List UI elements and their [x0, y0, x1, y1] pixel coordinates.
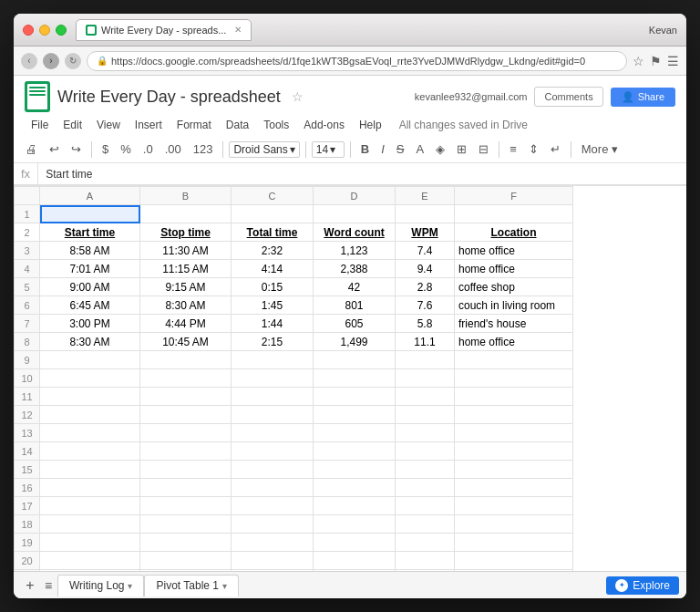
- cell-B1[interactable]: [140, 205, 232, 223]
- format-123-btn[interactable]: 123: [189, 140, 218, 158]
- cell-E4[interactable]: 9.4: [396, 260, 455, 278]
- empty-cell[interactable]: [232, 424, 314, 442]
- empty-cell[interactable]: [140, 406, 232, 424]
- explore-button[interactable]: Explore: [606, 576, 679, 595]
- cell-D1[interactable]: [314, 205, 396, 223]
- empty-cell[interactable]: [455, 406, 573, 424]
- empty-cell[interactable]: [140, 388, 232, 406]
- empty-cell[interactable]: [232, 497, 314, 515]
- bold-btn[interactable]: B: [356, 140, 374, 158]
- cell-E3[interactable]: 7.4: [396, 242, 455, 260]
- cell-B4[interactable]: 11:15 AM: [140, 260, 232, 278]
- refresh-btn[interactable]: ↻: [65, 53, 81, 69]
- empty-cell[interactable]: [140, 552, 232, 570]
- browser-tab[interactable]: Write Every Day - spreads... ✕: [76, 19, 252, 41]
- empty-cell[interactable]: [140, 369, 232, 388]
- tab-close-btn[interactable]: ✕: [234, 25, 242, 35]
- empty-cell[interactable]: [396, 497, 455, 515]
- forward-btn[interactable]: ›: [43, 53, 59, 69]
- col-header-C[interactable]: C: [232, 187, 314, 205]
- percent-btn[interactable]: %: [116, 140, 136, 158]
- more-btn[interactable]: More ▾: [577, 140, 623, 158]
- empty-cell[interactable]: [455, 497, 573, 515]
- empty-cell[interactable]: [140, 461, 232, 479]
- cell-F4[interactable]: home office: [455, 260, 573, 278]
- italic-btn[interactable]: I: [376, 140, 389, 158]
- empty-cell[interactable]: [314, 479, 396, 497]
- decimal-dec-btn[interactable]: .0: [139, 140, 158, 158]
- empty-cell[interactable]: [232, 369, 314, 388]
- empty-cell[interactable]: [455, 388, 573, 406]
- menu-icon[interactable]: ☰: [667, 54, 679, 68]
- empty-cell[interactable]: [314, 461, 396, 479]
- cell-D6[interactable]: 801: [314, 296, 396, 315]
- empty-cell[interactable]: [314, 552, 396, 570]
- print-btn[interactable]: 🖨: [21, 140, 42, 158]
- header-cell-B[interactable]: Stop time: [140, 223, 232, 242]
- add-sheet-btn[interactable]: +: [21, 576, 39, 595]
- cell-F6[interactable]: couch in living room: [455, 296, 573, 315]
- menu-format[interactable]: Format: [170, 116, 218, 134]
- empty-cell[interactable]: [314, 570, 396, 572]
- empty-cell[interactable]: [232, 479, 314, 497]
- empty-cell[interactable]: [396, 351, 455, 369]
- bookmark-icon[interactable]: ☆: [633, 54, 644, 68]
- sheet-tab-pivot-table[interactable]: Pivot Table 1 ▾: [144, 575, 239, 596]
- empty-cell[interactable]: [455, 351, 573, 369]
- empty-cell[interactable]: [314, 442, 396, 461]
- empty-cell[interactable]: [232, 461, 314, 479]
- empty-cell[interactable]: [314, 497, 396, 515]
- empty-cell[interactable]: [232, 570, 314, 572]
- menu-tools[interactable]: Tools: [257, 116, 295, 134]
- empty-cell[interactable]: [455, 369, 573, 388]
- empty-cell[interactable]: [40, 461, 140, 479]
- cell-F3[interactable]: home office: [455, 242, 573, 260]
- empty-cell[interactable]: [232, 388, 314, 406]
- empty-cell[interactable]: [140, 351, 232, 369]
- strikethrough-btn[interactable]: S: [392, 140, 409, 158]
- empty-cell[interactable]: [396, 461, 455, 479]
- sheet-table-wrapper[interactable]: A B C D E F 1: [14, 186, 686, 571]
- empty-cell[interactable]: [396, 570, 455, 572]
- empty-cell[interactable]: [396, 424, 455, 442]
- menu-insert[interactable]: Insert: [129, 116, 169, 134]
- align-left-btn[interactable]: ≡: [505, 140, 521, 158]
- empty-cell[interactable]: [40, 351, 140, 369]
- cell-A4[interactable]: 7:01 AM: [40, 260, 140, 278]
- menu-data[interactable]: Data: [220, 116, 255, 134]
- fill-color-btn[interactable]: ◈: [431, 140, 449, 158]
- cell-C4[interactable]: 4:14: [232, 260, 314, 278]
- empty-cell[interactable]: [232, 552, 314, 570]
- cell-A5[interactable]: 9:00 AM: [40, 278, 140, 296]
- cell-B7[interactable]: 4:44 PM: [140, 315, 232, 333]
- cell-B8[interactable]: 10:45 AM: [140, 333, 232, 351]
- currency-btn[interactable]: $: [98, 140, 113, 158]
- shield-icon[interactable]: ⚑: [650, 54, 662, 68]
- share-button[interactable]: 👤 Share: [611, 88, 675, 107]
- empty-cell[interactable]: [314, 388, 396, 406]
- back-btn[interactable]: ‹: [21, 53, 37, 69]
- empty-cell[interactable]: [232, 534, 314, 552]
- empty-cell[interactable]: [140, 442, 232, 461]
- cell-A3[interactable]: 8:58 AM: [40, 242, 140, 260]
- empty-cell[interactable]: [40, 552, 140, 570]
- cell-D7[interactable]: 605: [314, 315, 396, 333]
- cell-C7[interactable]: 1:44: [232, 315, 314, 333]
- empty-cell[interactable]: [455, 424, 573, 442]
- empty-cell[interactable]: [314, 406, 396, 424]
- col-header-F[interactable]: F: [455, 187, 573, 205]
- cell-C1[interactable]: [232, 205, 314, 223]
- empty-cell[interactable]: [455, 570, 573, 572]
- url-bar[interactable]: 🔒 https://docs.google.com/spreadsheets/d…: [87, 51, 627, 71]
- empty-cell[interactable]: [40, 515, 140, 534]
- minimize-window-btn[interactable]: [39, 25, 50, 36]
- menu-edit[interactable]: Edit: [57, 116, 88, 134]
- cell-B6[interactable]: 8:30 AM: [140, 296, 232, 315]
- empty-cell[interactable]: [40, 497, 140, 515]
- empty-cell[interactable]: [232, 406, 314, 424]
- cell-D8[interactable]: 1,499: [314, 333, 396, 351]
- menu-view[interactable]: View: [90, 116, 127, 134]
- empty-cell[interactable]: [455, 534, 573, 552]
- empty-cell[interactable]: [314, 534, 396, 552]
- cell-F8[interactable]: home office: [455, 333, 573, 351]
